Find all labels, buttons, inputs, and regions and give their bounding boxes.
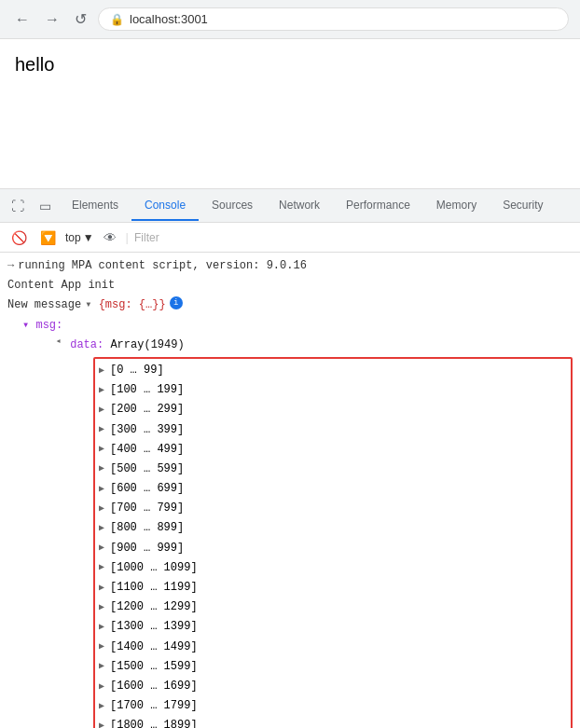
console-line-init: Content App init [7,276,573,295]
devtools-panel: ⛶ ▭ Elements Console Sources Network Per… [0,188,580,728]
console-line-new-message: New message ▾ {msg: {…}} i [7,295,573,315]
data-row-1400[interactable]: ▶ [1400 … 1499] [99,638,567,657]
device-icon[interactable]: ▭ [32,193,59,219]
inspect-icon[interactable]: ⛶ [4,193,32,219]
data-row-100[interactable]: ▶ [100 … 199] [99,380,567,400]
data-array-container: ▾ data: Array(1949) ▶ [0 … 99] ▶ [100 … … [37,336,573,728]
data-row-1500[interactable]: ▶ [1500 … 1599] [99,657,567,677]
info-icon: i [170,296,183,309]
eye-icon[interactable]: 👁 [100,228,120,247]
console-msg-key: ▾ msg: [7,316,573,336]
data-row-1800[interactable]: ▶ [1800 … 1899] [99,716,567,728]
console-line-script: → running MPA content script, version: 9… [7,256,573,276]
devtools-tabs: ⛶ ▭ Elements Console Sources Network Per… [0,189,580,223]
data-row-400[interactable]: ▶ [400 … 499] [99,440,567,460]
browser-chrome: ← → ↺ 🔒 localhost:3001 [0,0,580,39]
data-row-800[interactable]: ▶ [800 … 899] [99,518,567,538]
data-row-300[interactable]: ▶ [300 … 399] [99,420,567,440]
clear-icon[interactable]: 🚫 [7,228,31,247]
tab-network[interactable]: Network [266,191,333,221]
page-content: hello [0,39,580,188]
address-bar[interactable]: 🔒 localhost:3001 [98,7,569,31]
filter-input[interactable] [134,231,573,244]
data-row-1700[interactable]: ▶ [1700 … 1799] [99,696,567,716]
context-selector[interactable]: top ▼ [65,231,94,244]
data-array-box: ▶ [0 … 99] ▶ [100 … 199] ▶ [200 … 299] ▶… [93,357,573,728]
data-row-1600[interactable]: ▶ [1600 … 1699] [99,677,567,696]
data-row-0[interactable]: ▶ [0 … 99] [99,361,567,380]
back-button[interactable]: ← [11,9,34,30]
tab-console[interactable]: Console [131,191,199,221]
tab-security[interactable]: Security [490,191,556,221]
url-text: localhost:3001 [130,12,208,26]
tab-memory[interactable]: Memory [423,191,490,221]
data-row-600[interactable]: ▶ [600 … 699] [99,479,567,499]
data-row-1000[interactable]: ▶ [1000 … 1099] [99,558,567,578]
data-row-1200[interactable]: ▶ [1200 … 1299] [99,598,567,617]
data-row-1100[interactable]: ▶ [1100 … 1199] [99,578,567,598]
top-arrow: ▼ [83,231,94,244]
data-row-900[interactable]: ▶ [900 … 999] [99,539,567,558]
forward-button[interactable]: → [41,9,63,30]
tab-performance[interactable]: Performance [333,191,423,221]
data-row-700[interactable]: ▶ [700 … 799] [99,499,567,518]
tab-sources[interactable]: Sources [199,191,266,221]
reload-button[interactable]: ↺ [71,8,90,30]
filter-icon[interactable]: 🔽 [36,228,60,247]
data-row-200[interactable]: ▶ [200 … 299] [99,400,567,419]
top-label: top [65,231,81,244]
page-hello: hello [15,54,565,76]
expand-arrow: ▾ [50,338,65,350]
arrow-icon: → [7,257,14,275]
data-array-header[interactable]: ▾ data: Array(1949) [37,336,573,355]
devtools-toolbar: 🚫 🔽 top ▼ 👁 | [0,223,580,253]
data-row-1300[interactable]: ▶ [1300 … 1399] [99,617,567,637]
data-row-500[interactable]: ▶ [500 … 599] [99,460,567,479]
console-output: → running MPA content script, version: 9… [0,253,580,728]
tab-elements[interactable]: Elements [59,191,131,221]
lock-icon: 🔒 [110,13,124,26]
